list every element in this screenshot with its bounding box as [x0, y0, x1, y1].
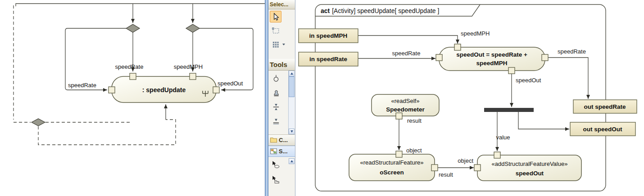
tool-palette-panel: Selec... [265, 0, 295, 196]
triangle-down-icon [290, 130, 293, 133]
main-action-line1: speedOut = speedRate + [456, 51, 527, 58]
align-bottom-icon [272, 117, 280, 125]
section-header-selection[interactable]: Selec... [268, 0, 295, 9]
frame-title: act[Activity] speedUpdate[ speedUpdate ] [321, 7, 439, 14]
pin-speedmph-top[interactable] [190, 73, 196, 80]
readstructural-name: oScreen [380, 169, 404, 176]
tools-section-label: Tools [270, 61, 287, 68]
edge-top-boundary[interactable] [16, 4, 265, 6]
containment-section-label: C... [279, 137, 288, 143]
label-pin-speedout: speedOut [516, 77, 541, 84]
action-speedout-expression[interactable] [439, 47, 545, 71]
label-edge-speedrate-out: speedRate [558, 48, 586, 55]
readself-stereotype: «readSelf» [391, 98, 420, 104]
selection-section-label: Selec... [270, 1, 288, 8]
pointer-tool-button[interactable] [270, 11, 281, 22]
pin-object-oscreen[interactable] [396, 151, 402, 157]
marquee-select-tool-button[interactable] [270, 25, 281, 36]
pin-value-addsfv[interactable] [494, 152, 500, 158]
diagram-icon [270, 147, 277, 155]
pointer-package-tool-button[interactable] [270, 174, 281, 185]
label-edge-speedrate-in: speedRate [392, 50, 421, 57]
param-label-in-speedmph: in speedMPH [309, 32, 348, 39]
pin-speedmph[interactable] [454, 44, 461, 50]
section-header-tools[interactable]: Tools [268, 59, 295, 71]
pin-speedout-right[interactable] [213, 87, 219, 93]
frame-title-rest: [Activity] speedUpdate[ speedUpdate ] [332, 7, 439, 14]
pin-label-speedrate-top: speedRate [115, 63, 144, 70]
pin-speedrate-left[interactable] [109, 87, 115, 93]
grid-icon [272, 40, 280, 49]
pointer-oval-icon [272, 160, 280, 169]
activity-diagram-canvas[interactable]: act[Activity] speedUpdate[ speedUpdate ] [295, 0, 644, 196]
structure-section-label: S... [279, 148, 288, 155]
addstructural-stereotype: «addStructuralFeatureValue» [492, 160, 568, 167]
pin-speedrate-input[interactable] [436, 54, 442, 61]
activity-diagram-pane[interactable]: act[Activity] speedUpdate[ speedUpdate ] [295, 0, 644, 196]
pointer-shape-tool-button[interactable] [270, 159, 281, 170]
edge-inspeedmph-to-pin[interactable] [358, 36, 458, 44]
align-vertical-center-icon [272, 103, 280, 111]
readstructural-stereotype: «readStructuralFeature» [360, 159, 424, 166]
anchor-tool-button[interactable] [270, 72, 282, 84]
pointer-package-icon [272, 175, 280, 183]
canvas-vertical-scrollbar[interactable] [265, 0, 268, 196]
pin-speedrate-output[interactable] [542, 54, 548, 61]
action-addstructuralfeaturevalue-speedout[interactable] [477, 155, 581, 181]
label-pin-speedmph: speedMPH [461, 30, 490, 37]
scroll-down-button[interactable] [289, 129, 295, 134]
merge-node-right[interactable] [186, 24, 200, 32]
fork-node[interactable] [484, 108, 534, 112]
pin-speedout-output[interactable] [508, 67, 515, 74]
dashed-edge-loop[interactable] [38, 120, 176, 145]
section-header-structure[interactable]: S... [268, 146, 295, 157]
tools-section [268, 71, 295, 134]
grid-select-tool-button[interactable] [270, 39, 281, 50]
left-diagram-canvas[interactable]: speedRate speedMPH speedRate speedOut : … [0, 0, 265, 196]
section-header-containment[interactable]: C... [268, 134, 295, 146]
anchor-circle-icon [272, 74, 280, 82]
param-label-out-speedrate: out speedRate [584, 103, 626, 110]
structure-tools-group [268, 157, 295, 196]
triangle-up-icon [290, 72, 293, 75]
stamp-tool-button[interactable] [270, 87, 282, 98]
pin-object-addsfv[interactable] [474, 165, 481, 171]
merge-node-left[interactable] [126, 24, 140, 32]
action-name-speedupdate: : speedUpdate [142, 86, 186, 94]
label-object-addsfv: object [458, 157, 473, 164]
scroll-up-button[interactable] [289, 71, 295, 76]
folder-icon [270, 136, 277, 144]
triangle-up-icon [290, 160, 293, 162]
edge-fork-to-outspeedout[interactable] [518, 112, 569, 129]
label-object-oscreen: object [406, 147, 422, 154]
application-window: speedRate speedMPH speedRate speedOut : … [0, 0, 644, 196]
action-readstructuralfeature-oscreen[interactable] [349, 154, 435, 181]
merge-node-bottom[interactable] [32, 119, 45, 126]
label-result-speedometer: result [407, 117, 422, 124]
marquee-selection-icon [272, 27, 280, 35]
pin-label-speedrate-left: speedRate [68, 82, 96, 89]
frame-keyword: act [321, 7, 330, 14]
edge-pin-to-outspeedrate[interactable] [548, 58, 588, 99]
addstructural-name: speedOut [516, 170, 544, 177]
readself-name: Speedometer [386, 106, 425, 113]
align-bottom-tool-button[interactable] [270, 116, 282, 127]
tools-scrollbar[interactable] [288, 71, 295, 134]
align-middle-tool-button[interactable] [270, 101, 282, 113]
selection-tools-group [268, 9, 295, 59]
dropdown-arrow-icon[interactable] [282, 44, 285, 45]
label-value: value [496, 134, 510, 141]
left-diagram-pane[interactable]: speedRate speedMPH speedRate speedOut : … [0, 0, 265, 196]
tools-scrollbar-thumb[interactable] [289, 76, 295, 97]
bottom-scroll-up-button[interactable] [289, 158, 295, 164]
stamp-icon [272, 89, 280, 97]
pin-result-oscreen[interactable] [431, 165, 438, 171]
pin-result-speedometer[interactable] [396, 113, 402, 119]
pointer-cursor-icon [272, 13, 280, 21]
label-result-oscreen: result [439, 171, 453, 178]
pin-label-speedout-right: speedOut [218, 80, 243, 87]
pin-speedrate-top[interactable] [130, 73, 136, 80]
pin-label-speedmph-top: speedMPH [174, 63, 203, 70]
param-label-in-speedrate: in speedRate [309, 56, 348, 62]
main-action-line2: speedMPH [476, 60, 507, 67]
